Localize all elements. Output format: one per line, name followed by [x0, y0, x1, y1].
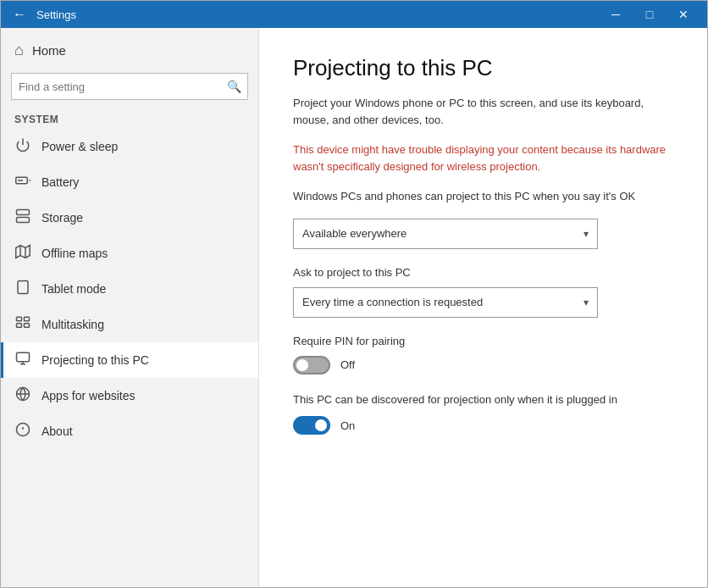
sidebar-item-about[interactable]: About — [1, 413, 258, 449]
sidebar-item-label-about: About — [41, 424, 73, 438]
plugged-section: This PC can be discovered for projection… — [293, 391, 673, 435]
availability-dropdown-value: Available everywhere — [302, 227, 407, 240]
page-description: Project your Windows phone or PC to this… — [293, 95, 673, 128]
sidebar-home-button[interactable]: ⌂ Home — [1, 28, 258, 66]
svg-rect-16 — [25, 324, 30, 328]
pin-toggle-label: Off — [340, 358, 355, 371]
back-icon: ← — [13, 7, 26, 22]
plugged-toggle-label: On — [340, 419, 355, 432]
pin-toggle-row: Off — [293, 356, 673, 374]
sidebar-home-label: Home — [32, 43, 66, 58]
search-input[interactable] — [11, 73, 248, 100]
sidebar-item-storage[interactable]: Storage — [1, 200, 258, 236]
sidebar-item-power-sleep[interactable]: Power & sleep — [1, 129, 258, 164]
maximize-icon: □ — [646, 8, 653, 21]
search-icon: 🔍 — [227, 80, 241, 93]
apps-websites-icon — [14, 386, 31, 405]
sidebar-item-label-battery: Battery — [41, 175, 79, 189]
sidebar-item-label-storage: Storage — [41, 211, 83, 225]
sidebar-item-label-projecting: Projecting to this PC — [41, 353, 149, 367]
plugged-description: This PC can be discovered for projection… — [293, 391, 673, 408]
sidebar-item-label-offline-maps: Offline maps — [41, 247, 108, 260]
page-title: Projecting to this PC — [293, 55, 673, 81]
plugged-toggle-knob — [315, 419, 327, 431]
storage-icon — [14, 208, 31, 227]
svg-rect-4 — [17, 210, 30, 215]
sidebar-item-multitasking[interactable]: Multitasking — [1, 307, 258, 342]
close-icon: ✕ — [678, 8, 689, 21]
sidebar-item-battery[interactable]: Battery — [1, 164, 258, 200]
titlebar-controls: ─ □ ✕ — [599, 1, 700, 28]
availability-info-text: Windows PCs and phones can project to th… — [293, 188, 673, 205]
maximize-button[interactable]: □ — [633, 1, 667, 28]
sidebar-item-offline-maps[interactable]: Offline maps — [1, 236, 258, 271]
svg-rect-17 — [17, 352, 30, 362]
content-area: ⌂ Home 🔍 System Power & sleepBatteryStor… — [1, 28, 707, 587]
ask-dropdown-arrow: ▾ — [584, 297, 589, 308]
sidebar-item-label-tablet-mode: Tablet mode — [41, 282, 106, 296]
availability-dropdown-container: Available everywhere ▾ — [293, 219, 673, 249]
back-button[interactable]: ← — [8, 3, 31, 26]
ask-section-label: Ask to project to this PC — [293, 266, 673, 279]
pin-section-label: Require PIN for pairing — [293, 335, 673, 347]
sidebar-item-label-multitasking: Multitasking — [41, 318, 104, 331]
main-content: Projecting to this PC Project your Windo… — [259, 28, 707, 587]
sidebar: ⌂ Home 🔍 System Power & sleepBatteryStor… — [1, 28, 259, 587]
titlebar-title: Settings — [36, 8, 599, 21]
minimize-icon: ─ — [611, 8, 620, 21]
sidebar-item-label-apps-websites: Apps for websites — [41, 389, 136, 402]
sidebar-item-tablet-mode[interactable]: Tablet mode — [1, 271, 258, 307]
svg-rect-13 — [17, 317, 22, 321]
pin-toggle[interactable] — [293, 356, 330, 374]
sidebar-items-container: Power & sleepBatteryStorageOffline mapsT… — [1, 129, 258, 449]
titlebar: ← Settings ─ □ ✕ — [1, 1, 707, 28]
projecting-icon — [14, 351, 31, 369]
sidebar-item-projecting[interactable]: Projecting to this PC — [1, 342, 258, 378]
warning-text: This device might have trouble displayin… — [293, 141, 673, 175]
settings-window: ← Settings ─ □ ✕ ⌂ Home 🔍 — [0, 0, 708, 588]
svg-rect-5 — [17, 218, 30, 223]
availability-dropdown-arrow: ▾ — [584, 228, 589, 240]
home-icon: ⌂ — [14, 42, 24, 59]
sidebar-section-system: System — [1, 110, 258, 129]
offline-maps-icon — [14, 244, 31, 263]
svg-marker-8 — [16, 246, 30, 258]
pin-toggle-knob — [296, 359, 308, 371]
plugged-toggle[interactable] — [293, 416, 330, 435]
battery-icon — [14, 173, 31, 191]
pin-section: Require PIN for pairing Off — [293, 335, 673, 374]
plugged-toggle-row: On — [293, 416, 673, 435]
svg-rect-14 — [25, 317, 30, 321]
svg-rect-15 — [17, 324, 22, 328]
about-icon — [14, 422, 31, 441]
minimize-button[interactable]: ─ — [599, 1, 633, 28]
ask-dropdown-value: Every time a connection is requested — [302, 296, 483, 308]
ask-section: Ask to project to this PC Every time a c… — [293, 266, 673, 318]
close-button[interactable]: ✕ — [667, 1, 700, 28]
sidebar-item-label-power-sleep: Power & sleep — [41, 140, 118, 153]
power-sleep-icon — [14, 137, 31, 156]
sidebar-item-apps-websites[interactable]: Apps for websites — [1, 378, 258, 413]
availability-dropdown[interactable]: Available everywhere ▾ — [293, 219, 598, 249]
search-box: 🔍 — [11, 73, 248, 100]
tablet-mode-icon — [14, 280, 31, 298]
ask-dropdown[interactable]: Every time a connection is requested ▾ — [293, 287, 598, 318]
multitasking-icon — [14, 315, 31, 334]
